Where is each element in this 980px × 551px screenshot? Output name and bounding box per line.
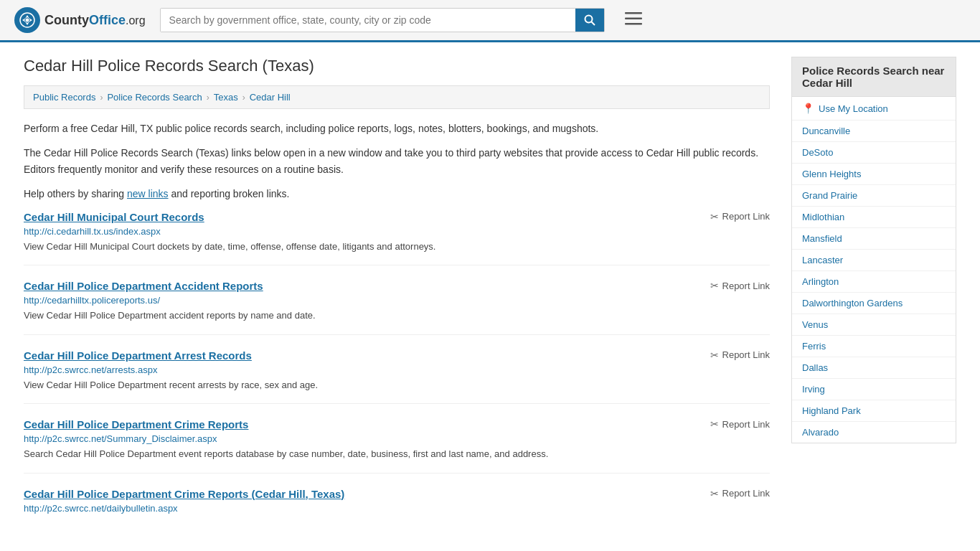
sidebar-item: Grand Prairie	[792, 185, 956, 207]
report-icon: ✂	[710, 349, 719, 361]
record-url[interactable]: http://ci.cedarhill.tx.us/index.aspx	[24, 226, 770, 237]
use-my-location-link[interactable]: Use My Location	[819, 103, 888, 114]
description-para1: Perform a free Cedar Hill, TX public pol…	[24, 121, 770, 136]
record-desc: View Cedar Hill Municipal Court dockets …	[24, 240, 770, 254]
description-para3: Help others by sharing new links and rep…	[24, 186, 770, 202]
page-container: Cedar Hill Police Records Search (Texas)…	[9, 42, 971, 551]
sidebar-item: Venus	[792, 314, 956, 336]
sidebar-item: Lancaster	[792, 250, 956, 271]
menu-button[interactable]	[625, 11, 642, 29]
sidebar-item: Arlington	[792, 271, 956, 293]
sidebar-link[interactable]: Venus	[802, 319, 828, 330]
svg-rect-6	[625, 23, 642, 25]
sidebar-item: DeSoto	[792, 142, 956, 164]
svg-rect-4	[625, 12, 642, 14]
svg-line-3	[591, 22, 595, 26]
record-entry: Cedar Hill Police Department Accident Re…	[24, 280, 770, 335]
sidebar-link[interactable]: Glenn Heights	[802, 169, 861, 179]
sidebar-item: Irving	[792, 379, 956, 400]
record-desc: View Cedar Hill Police Department accide…	[24, 309, 770, 323]
sidebar-item: Ferris	[792, 336, 956, 357]
breadcrumb-texas[interactable]: Texas	[214, 92, 238, 103]
sidebar-item: Dallas	[792, 357, 956, 379]
sidebar-item: Mansfield	[792, 228, 956, 250]
sidebar-item: Midlothian	[792, 207, 956, 228]
record-url[interactable]: http://p2c.swrcc.net/arrests.aspx	[24, 364, 770, 375]
report-icon: ✂	[710, 488, 719, 499]
record-entry: Cedar Hill Police Department Crime Repor…	[24, 488, 770, 528]
sidebar-link[interactable]: Grand Prairie	[802, 190, 857, 201]
sidebar-link[interactable]: Irving	[802, 384, 825, 395]
record-title[interactable]: Cedar Hill Police Department Accident Re…	[24, 280, 263, 292]
record-entry: Cedar Hill Police Department Crime Repor…	[24, 418, 770, 474]
svg-point-1	[26, 19, 29, 22]
search-bar	[160, 8, 605, 32]
sidebar: Police Records Search near Cedar Hill 📍 …	[791, 57, 956, 542]
sidebar-link[interactable]: Highland Park	[802, 405, 861, 416]
sidebar-item: Highland Park	[792, 400, 956, 422]
sidebar-link[interactable]: Duncanville	[802, 126, 850, 136]
sidebar-item: Glenn Heights	[792, 164, 956, 185]
record-title[interactable]: Cedar Hill Police Department Arrest Reco…	[24, 349, 252, 362]
page-title: Cedar Hill Police Records Search (Texas)	[24, 57, 770, 75]
report-icon: ✂	[710, 418, 719, 430]
sidebar-location-item: 📍 Use My Location	[792, 97, 956, 121]
sidebar-link[interactable]: Arlington	[802, 276, 839, 287]
record-desc: Search Cedar Hill Police Department even…	[24, 447, 770, 461]
sidebar-link[interactable]: Mansfield	[802, 233, 842, 244]
report-icon: ✂	[710, 280, 719, 291]
record-entry: Cedar Hill Municipal Court Records ✂ Rep…	[24, 211, 770, 266]
record-url[interactable]: http://p2c.swrcc.net/dailybulletin.aspx	[24, 503, 770, 514]
report-link[interactable]: ✂ Report Link	[710, 349, 770, 361]
sidebar-item: Alvarado	[792, 422, 956, 443]
svg-rect-5	[625, 18, 642, 20]
header: CountyOffice.org	[0, 0, 980, 42]
report-link[interactable]: ✂ Report Link	[710, 211, 770, 222]
svg-point-2	[585, 16, 592, 23]
breadcrumb: Public Records › Police Records Search ›…	[24, 85, 770, 109]
sidebar-link[interactable]: Alvarado	[802, 427, 839, 438]
records-list: Cedar Hill Municipal Court Records ✂ Rep…	[24, 211, 770, 528]
report-icon: ✂	[710, 211, 719, 222]
record-title[interactable]: Cedar Hill Police Department Crime Repor…	[24, 488, 344, 500]
sidebar-header: Police Records Search near Cedar Hill	[791, 57, 956, 97]
breadcrumb-public-records[interactable]: Public Records	[33, 92, 95, 103]
breadcrumb-police-records-search[interactable]: Police Records Search	[107, 92, 202, 103]
record-entry: Cedar Hill Police Department Arrest Reco…	[24, 349, 770, 405]
sidebar-link[interactable]: Dallas	[802, 362, 828, 373]
sidebar-link[interactable]: Dalworthington Gardens	[802, 298, 903, 309]
new-links-link[interactable]: new links	[127, 188, 169, 199]
record-url[interactable]: http://p2c.swrcc.net/Summary_Disclaimer.…	[24, 433, 770, 444]
report-link[interactable]: ✂ Report Link	[710, 488, 770, 499]
logo-text: CountyOffice.org	[44, 13, 146, 28]
record-desc: View Cedar Hill Police Department recent…	[24, 378, 770, 392]
location-pin-icon: 📍	[802, 103, 814, 114]
sidebar-link[interactable]: Midlothian	[802, 212, 844, 222]
report-link[interactable]: ✂ Report Link	[710, 280, 770, 291]
sidebar-link[interactable]: Lancaster	[802, 255, 843, 265]
record-title[interactable]: Cedar Hill Municipal Court Records	[24, 211, 204, 223]
logo-icon	[14, 7, 40, 33]
logo[interactable]: CountyOffice.org	[14, 7, 146, 33]
sidebar-item: Dalworthington Gardens	[792, 293, 956, 314]
sidebar-link[interactable]: DeSoto	[802, 147, 833, 158]
main-content: Cedar Hill Police Records Search (Texas)…	[24, 57, 770, 542]
search-button[interactable]	[575, 9, 604, 32]
breadcrumb-cedar-hill[interactable]: Cedar Hill	[250, 92, 291, 103]
sidebar-item: Duncanville	[792, 121, 956, 142]
record-url[interactable]: http://cedarhilltx.policereports.us/	[24, 295, 770, 306]
search-input[interactable]	[161, 9, 575, 32]
sidebar-body: 📍 Use My Location Duncanville DeSoto Gle…	[791, 97, 956, 443]
search-icon	[584, 14, 595, 26]
record-title[interactable]: Cedar Hill Police Department Crime Repor…	[24, 418, 248, 430]
report-link[interactable]: ✂ Report Link	[710, 418, 770, 430]
sidebar-link[interactable]: Ferris	[802, 341, 826, 352]
description-para2: The Cedar Hill Police Records Search (Te…	[24, 145, 770, 177]
